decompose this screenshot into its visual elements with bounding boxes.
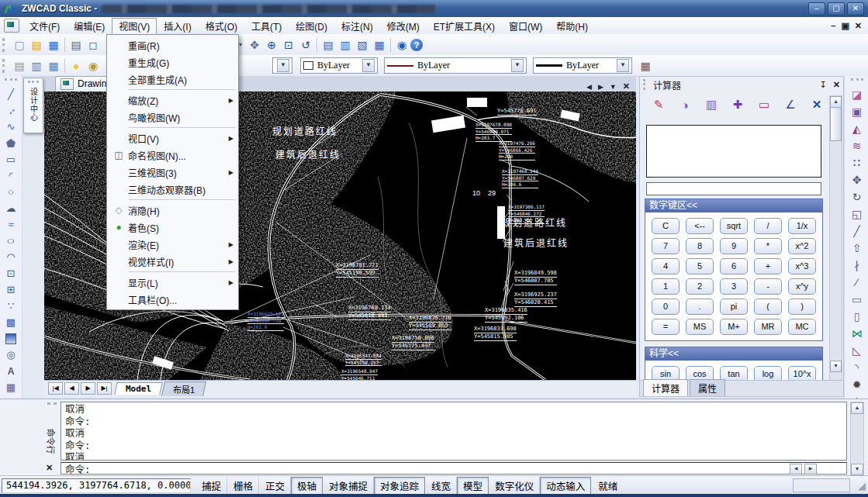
toolbar-grip[interactable] — [851, 78, 863, 85]
view-menu-item[interactable] — [108, 270, 237, 274]
array-icon[interactable]: ∷ — [849, 154, 866, 171]
menu-modify[interactable]: 修改(M) — [380, 18, 427, 34]
lengthen-icon[interactable]: ⇧ — [849, 240, 866, 257]
calc-button[interactable]: 7 — [652, 238, 680, 254]
calc-button[interactable]: 0 — [652, 299, 680, 315]
measure-distance-icon[interactable]: ▭ — [756, 97, 772, 112]
view-menu-item[interactable]: 全部重生成(A) — [108, 71, 237, 88]
toggle-snap[interactable]: 捕捉 — [195, 477, 227, 495]
scroll-left-icon[interactable]: ◀ — [790, 464, 802, 475]
rectangle-icon[interactable]: ▭ — [2, 151, 19, 167]
view-menu-item[interactable]: ● 着色(S) — [108, 219, 237, 236]
mirror-icon[interactable]: ◭ — [849, 120, 866, 137]
scroll-up-icon[interactable]: ▲ — [851, 402, 863, 414]
mdi-close-button[interactable]: ✕ — [855, 21, 862, 31]
view-menu-item[interactable]: 三维视图(3) ▶ — [108, 164, 237, 181]
ellipse-icon[interactable]: ○ — [0, 233, 24, 249]
view-menu-item[interactable]: 鸟瞰视图(W) — [108, 109, 237, 126]
scroll-right-icon[interactable]: ▶ — [804, 464, 817, 475]
rotate-icon[interactable]: ↻ — [849, 188, 866, 205]
panel-grip[interactable] — [643, 79, 648, 90]
layer-previous-icon[interactable]: ▥ — [28, 58, 45, 74]
toggle-dynamic-input[interactable]: 动态输入 — [540, 477, 591, 495]
extend-icon[interactable]: ∕ — [849, 274, 866, 291]
view-menu-item[interactable]: 渲染(E) ▶ — [108, 236, 237, 253]
resize-grip-icon[interactable]: ◢ — [858, 480, 868, 492]
mtext-icon[interactable]: A — [2, 363, 19, 379]
chevron-down-icon[interactable]: ▼ — [362, 59, 375, 72]
command-close-icon[interactable]: ✕ — [46, 463, 53, 473]
tab-next-icon[interactable]: ▶ — [598, 83, 603, 91]
toggle-grid[interactable]: 栅格 — [227, 477, 259, 495]
tab-layout1[interactable]: 布局1 — [161, 381, 206, 396]
stretch-icon[interactable]: ╱ — [849, 223, 866, 240]
toolbar-grip[interactable] — [5, 78, 17, 85]
toggle-model[interactable]: 模型 — [457, 477, 489, 495]
toggle-ortho[interactable]: 正交 — [259, 477, 291, 495]
calc-button[interactable]: <-- — [686, 218, 714, 234]
scientific-header[interactable]: 科学<< — [645, 347, 822, 361]
arc-icon[interactable]: ◜ — [2, 167, 19, 184]
first-tab-icon[interactable]: |◀ — [48, 382, 63, 395]
calc-button[interactable]: x^y — [788, 278, 816, 295]
view-menu-item[interactable]: 显示(L) ▶ — [108, 274, 237, 291]
scroll-thumb[interactable] — [830, 107, 842, 141]
new-file-icon[interactable]: ▢ — [11, 37, 28, 53]
calc-button[interactable]: 5 — [686, 258, 714, 274]
calc-button[interactable]: C — [652, 218, 680, 234]
pan-icon[interactable]: ✥ — [246, 37, 263, 53]
pick-point-icon[interactable]: ✚ — [730, 97, 745, 112]
calc-button[interactable]: MR — [754, 319, 782, 335]
scroll-up-icon[interactable]: ▲ — [830, 96, 842, 108]
prev-tab-icon[interactable]: ◀ — [64, 382, 79, 395]
insert-block-icon[interactable]: ⊡ — [2, 265, 19, 281]
tab-prev-icon[interactable]: ◀ — [586, 83, 592, 91]
pin-icon[interactable]: ↧ — [820, 80, 827, 90]
layer-states-icon[interactable]: ▦ — [45, 58, 62, 74]
layer-lock-icon[interactable]: ◉ — [85, 58, 102, 74]
erase-icon[interactable]: ◪ — [849, 86, 866, 103]
menu-window[interactable]: 窗口(W) — [502, 18, 549, 34]
calculator-input[interactable] — [646, 182, 821, 195]
view-menu-item[interactable]: 三维动态观察器(B) — [108, 181, 237, 198]
tab-properties[interactable]: 属性 — [690, 379, 725, 396]
tab-close-icon[interactable]: ✕ — [623, 81, 630, 91]
tab-menu-icon[interactable]: ▼ — [610, 83, 617, 91]
chevron-down-icon[interactable]: ▼ — [617, 59, 629, 72]
calc-button[interactable]: 6 — [720, 258, 748, 274]
chamfer-icon[interactable]: ◺ — [849, 342, 866, 359]
view-menu-item[interactable]: ◫ 命名视图(N)... — [108, 147, 237, 164]
layer-properties-icon[interactable]: ▤ — [11, 58, 28, 74]
scroll-down-icon[interactable]: ▼ — [851, 464, 863, 475]
intersection-icon[interactable]: ✕ — [809, 97, 825, 112]
zoom-previous-icon[interactable]: ↺ — [297, 37, 314, 53]
design-center-icon[interactable]: ▥ — [337, 37, 354, 53]
next-tab-icon[interactable]: ▶ — [81, 382, 95, 395]
menu-insert[interactable]: 插入(I) — [157, 18, 198, 34]
calc-button[interactable]: 3 — [720, 278, 748, 295]
command-grip[interactable] — [47, 402, 57, 408]
lineweight-combo[interactable]: ByLayer ▼ — [533, 57, 632, 74]
save-icon[interactable]: ▦ — [45, 37, 62, 53]
menu-draw[interactable]: 绘图(D) — [289, 18, 334, 34]
gradient-icon[interactable] — [2, 330, 19, 347]
design-center-floater[interactable]: 设计中心 — [23, 78, 43, 133]
plot-icon[interactable]: ▤ — [67, 37, 85, 53]
pencil-icon[interactable]: ✎ — [651, 97, 666, 112]
command-hscroll[interactable]: ◀ ▶ — [790, 464, 817, 475]
toolbar-grip[interactable] — [2, 38, 8, 52]
calc-button[interactable]: / — [754, 218, 782, 234]
menu-help[interactable]: 帮助(H) — [549, 18, 595, 34]
calc-button[interactable]: 8 — [686, 238, 714, 254]
properties-palette-icon[interactable]: ▤ — [320, 37, 337, 53]
calc-button[interactable]: 4 — [652, 258, 680, 274]
circle-icon[interactable]: ○ — [2, 184, 19, 200]
panel-scrollbar[interactable]: ▲ ▼ — [829, 95, 842, 385]
tool-palettes-icon[interactable]: ▧ — [354, 37, 371, 53]
break-at-point-icon[interactable]: ▭ — [849, 291, 866, 308]
mdi-minimize-button[interactable]: – — [831, 21, 835, 31]
calc-button[interactable]: 9 — [720, 238, 748, 254]
calc-button[interactable]: x^3 — [788, 258, 816, 274]
command-input[interactable]: 命令: — [61, 462, 847, 475]
view-menu-item[interactable] — [108, 126, 237, 129]
